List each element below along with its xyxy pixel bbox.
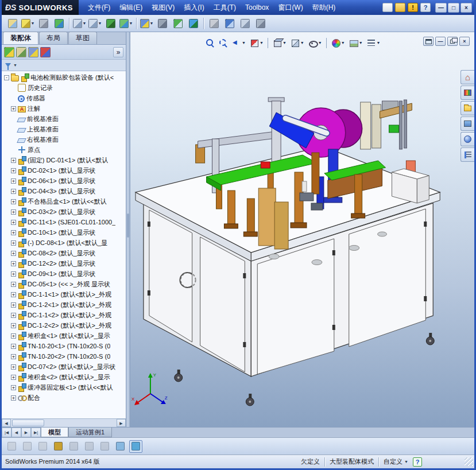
dropdown-caret-icon[interactable]: ▼ bbox=[98, 21, 102, 25]
tree-item[interactable]: +传感器 bbox=[3, 93, 126, 103]
white-bin[interactable] bbox=[392, 169, 429, 203]
tree-expander[interactable]: + bbox=[11, 364, 16, 370]
filter-graphics-bodies-button[interactable] bbox=[129, 440, 142, 453]
tree-item[interactable]: +DC-1-1<1> (默认<默认>_外观 bbox=[3, 289, 126, 300]
close-document-button[interactable] bbox=[207, 17, 221, 30]
panel-splitter[interactable] bbox=[126, 32, 130, 427]
dropdown-caret-icon[interactable]: ▼ bbox=[341, 41, 345, 45]
quick-tips-help-icon[interactable]: ? bbox=[413, 457, 422, 467]
security-alert-icon[interactable] bbox=[408, 3, 418, 12]
menu-item[interactable]: 帮助(H) bbox=[308, 0, 340, 15]
tree-item[interactable]: +TN-10-20<2> (TN-10x20-S (0 bbox=[3, 351, 126, 362]
tree-expander[interactable]: + bbox=[11, 282, 16, 287]
hide-show-components-button[interactable] bbox=[171, 17, 185, 30]
tree-expander[interactable]: + bbox=[11, 158, 16, 163]
tree-item[interactable]: +堆积盒<1> (默认<默认>_显示 bbox=[3, 331, 126, 341]
dropdown-caret-icon[interactable]: ▼ bbox=[282, 41, 287, 45]
tree-expander[interactable]: + bbox=[11, 271, 16, 277]
menu-item[interactable]: 工具(T) bbox=[209, 0, 241, 15]
tree-item[interactable]: +缓冲器固定板<1> (默认<<默认 bbox=[3, 382, 126, 393]
tree-expander[interactable]: + bbox=[11, 106, 16, 111]
filter-window-button[interactable]: ▼ bbox=[119, 17, 133, 30]
panel-expand-button[interactable]: » bbox=[113, 47, 123, 57]
tree-item[interactable]: +DC-07<2> (默认<默认>_显示状 bbox=[3, 362, 126, 372]
tree-item[interactable]: +(-) DC-08<1> (默认<默认_显 bbox=[3, 238, 126, 248]
featuremanager-tree-tab-icon[interactable] bbox=[4, 47, 14, 57]
menu-item[interactable]: 视图(V) bbox=[147, 0, 179, 15]
dropdown-caret-icon[interactable]: ▼ bbox=[300, 41, 304, 45]
tree-expander[interactable]: + bbox=[11, 395, 16, 401]
tree-expander[interactable]: + bbox=[11, 354, 16, 359]
tree-expander[interactable]: + bbox=[11, 375, 16, 380]
tree-item[interactable]: +DC-11<1> (SJE01-CL01-1000_ bbox=[3, 217, 126, 227]
dropdown-caret-icon[interactable]: ▼ bbox=[377, 41, 381, 45]
appearances-scenes-tab[interactable] bbox=[460, 132, 474, 146]
zoom-to-fit-button[interactable] bbox=[204, 37, 216, 49]
edit-selection-filter-button[interactable] bbox=[52, 440, 65, 453]
tab-模型[interactable]: 模型 bbox=[41, 428, 68, 437]
tree-item[interactable]: +DC-08<2> (默认_显示状 bbox=[3, 248, 126, 258]
tree-item[interactable]: +DC-10<1> (默认_显示状 bbox=[3, 227, 126, 238]
tree-item[interactable]: +TN-10-20<1> (TN-10x20-S (0 bbox=[3, 341, 126, 351]
menu-item[interactable]: Toolbox bbox=[241, 0, 273, 15]
tree-expander[interactable]: + bbox=[11, 199, 16, 204]
document-close-button[interactable]: × bbox=[459, 37, 470, 46]
dropdown-caret-icon[interactable]: ▼ bbox=[150, 21, 154, 25]
tree-root-item[interactable]: -电池检测贴胶包装设备 (默认< bbox=[3, 72, 126, 83]
tree-expander[interactable]: + bbox=[11, 302, 16, 308]
tab-布局[interactable]: 布局 bbox=[39, 32, 68, 44]
display-style-button[interactable]: ▼ bbox=[289, 37, 305, 49]
selection-filter-toggle-button[interactable] bbox=[103, 17, 118, 30]
tree-item[interactable]: +DC-1-1<2> (默认<默认>_外观 bbox=[3, 310, 126, 320]
open-document-icon[interactable] bbox=[395, 3, 405, 12]
tab-装配体[interactable]: 装配体 bbox=[3, 32, 38, 44]
dropdown-caret-icon[interactable]: ▼ bbox=[318, 41, 322, 45]
document-window-menu-button[interactable] bbox=[423, 37, 434, 46]
propertymanager-tab-icon[interactable] bbox=[16, 47, 26, 57]
new-window-button[interactable]: ▼ bbox=[88, 17, 102, 30]
document-restore-button[interactable] bbox=[447, 37, 458, 46]
tree-item[interactable]: +历史记录 bbox=[3, 83, 126, 93]
apply-scene-button[interactable]: ▼ bbox=[347, 37, 364, 49]
section-view-button[interactable]: ▼ bbox=[248, 37, 265, 49]
menu-item[interactable]: 插入(I) bbox=[179, 0, 208, 15]
isolate-button[interactable] bbox=[186, 17, 200, 30]
tree-item[interactable]: +堆积盒<2> (默认<默认>_显示 bbox=[3, 372, 126, 382]
view-palette-tab[interactable] bbox=[460, 116, 474, 131]
tree-item[interactable]: +前视基准面 bbox=[3, 114, 126, 124]
filter-caret-icon[interactable]: ▼ bbox=[13, 63, 17, 67]
tab-nav-button-2[interactable]: ▶ bbox=[21, 428, 31, 437]
zoom-to-area-button[interactable] bbox=[217, 37, 229, 49]
tree-item[interactable]: +注解 bbox=[3, 103, 126, 114]
tree-expander[interactable]: + bbox=[11, 168, 16, 173]
menu-item[interactable]: 文件(F) bbox=[83, 0, 115, 15]
window-minimize-button[interactable]: — bbox=[435, 3, 447, 13]
tree-horizontal-scrollbar[interactable]: ◀ ▶ bbox=[2, 418, 126, 427]
menu-item[interactable]: 窗口(W) bbox=[273, 0, 307, 15]
scroll-thumb[interactable] bbox=[12, 419, 44, 426]
tree-expander[interactable]: + bbox=[11, 240, 16, 246]
edit-appearance-button[interactable]: ▼ bbox=[330, 37, 346, 49]
dropdown-caret-icon[interactable]: ▼ bbox=[129, 21, 133, 25]
red-block[interactable] bbox=[261, 162, 270, 168]
tree-item[interactable]: +DC-1-2<2> (默认<默认>_外观 bbox=[3, 320, 126, 331]
tab-nav-button-3[interactable]: ▶| bbox=[31, 428, 41, 437]
tree-expander[interactable]: + bbox=[11, 344, 16, 349]
tree-item[interactable]: +DC-05<1> (<< >_外观 显示状 bbox=[3, 279, 126, 289]
insert-component-button[interactable]: ▼ bbox=[21, 17, 35, 30]
filter-surface-bodies-button[interactable] bbox=[114, 440, 127, 453]
tree-root-expander[interactable]: - bbox=[4, 75, 9, 80]
compare-documents-button[interactable] bbox=[52, 17, 66, 30]
tree-item[interactable]: +DC-09<1> (默认_显示状 bbox=[3, 269, 126, 279]
edit-component-button[interactable] bbox=[5, 17, 20, 30]
solidworks-resources-tab[interactable] bbox=[460, 70, 474, 84]
tree-expander[interactable]: + bbox=[11, 220, 16, 225]
tab-nav-button-0[interactable]: |◀ bbox=[2, 428, 11, 437]
dropdown-caret-icon[interactable]: ▼ bbox=[359, 41, 363, 45]
tree-expander[interactable]: + bbox=[11, 209, 16, 215]
custom-properties-tab[interactable] bbox=[460, 147, 474, 162]
tree-expander[interactable]: + bbox=[11, 230, 16, 235]
tree-item[interactable]: +DC-06<1> (默认_显示状 bbox=[3, 176, 126, 186]
measure-button[interactable] bbox=[222, 17, 237, 30]
tree-item[interactable]: +(固定) DC-01<1> (默认<默认 bbox=[3, 155, 126, 165]
